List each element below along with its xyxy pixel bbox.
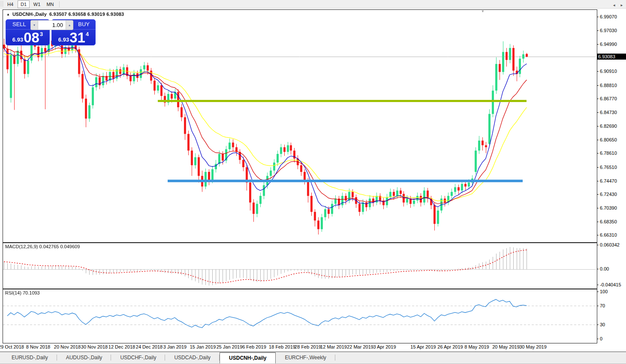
price-axis-tick: [597, 194, 599, 195]
indicator-axis-label: 30: [600, 322, 605, 327]
one-click-collapse-icon[interactable]: ▲: [6, 12, 10, 16]
date-axis-label: 25 Jan 2019: [217, 344, 243, 349]
chart-tab-bar: EURUSD-,DailyAUDUSD-,DailyUSDCHF-,DailyU…: [0, 352, 626, 364]
tab-scroll-left-icon[interactable]: ◄: [612, 3, 616, 7]
price-axis-tick: [597, 208, 599, 208]
sell-button-label: SELL: [12, 21, 26, 27]
price-axis-tick: [597, 222, 599, 222]
rsi-canvas[interactable]: [3, 289, 596, 342]
price-axis-label: 6.94990: [600, 42, 617, 47]
symbol-tab-eurchf-weekly[interactable]: EURCHF-,Weekly: [276, 352, 335, 364]
macd-signal-value: 0.049609: [60, 244, 80, 249]
price-axis-tick: [597, 17, 599, 17]
price-axis-label: 6.90910: [600, 69, 617, 74]
price-axis-label: 6.78610: [600, 150, 617, 156]
rsi-value: 70.1093: [23, 290, 40, 295]
date-axis-label: 18 Feb 2019: [269, 344, 295, 349]
price-axis-label: 6.84730: [600, 110, 617, 115]
date-axis-label: 12 Dec 2018: [108, 344, 135, 349]
toolbar-separator: [59, 1, 60, 7]
chart-collapse-marker-icon[interactable]: ▼: [481, 9, 485, 13]
tab-scroll-controls: ◄ ►: [612, 3, 623, 7]
sell-price[interactable]: 6.93 08 3: [6, 30, 50, 45]
symbol-tab-usdcad-daily[interactable]: USDCAD-,Daily: [165, 352, 220, 364]
price-axis-label: 6.80650: [600, 137, 617, 142]
indicator-axis-tick: [597, 292, 599, 292]
sell-price-small: 6.93: [12, 36, 23, 43]
price-axis-tick: [597, 140, 599, 140]
symbol-tab-usdchf-daily[interactable]: USDCHF-,Daily: [111, 352, 165, 364]
date-axis-label: 12 Mar 2019: [320, 344, 347, 349]
price-chart-pane: ▼ ▲ USDCNH-,Daily 6.93507 6.93658 6.9301…: [3, 9, 597, 243]
price-axis-tick: [597, 44, 599, 45]
buy-button-label: BUY: [78, 21, 90, 27]
date-axis-label: 8 May 2019: [464, 344, 489, 349]
chart-title: ▲ USDCNH-,Daily 6.93507 6.93658 6.93019 …: [6, 12, 124, 17]
one-click-trading-panel: SELL 6.93 08 3 BUY 6.93 31 4 ▾: [6, 19, 96, 46]
macd-canvas[interactable]: [3, 243, 596, 288]
indicator-axis-label: 0.060342: [600, 242, 620, 247]
rsi-pane: RSI(14) 70.1093: [3, 289, 597, 343]
date-axis-label: 8 Nov 2018: [26, 344, 50, 349]
price-axis-tick: [597, 153, 599, 153]
indicator-axis-tick: [597, 285, 599, 285]
date-axis-label: 28 Feb 2019: [295, 344, 321, 349]
indicator-axis-label: -0.040415: [600, 282, 621, 287]
symbol-tab-eurusd-daily[interactable]: EURUSD-,Daily: [3, 352, 57, 364]
price-axis-label: 6.76510: [600, 165, 617, 170]
date-axis-label: 30 May 2019: [519, 344, 547, 349]
chart-ohlc-values: 6.93507 6.93658 6.93019 6.93083: [49, 12, 124, 17]
price-axis-tick: [597, 112, 599, 113]
timeframe-button-w1[interactable]: W1: [31, 0, 43, 8]
macd-label: MACD(12,26,9) 0.042765 0.049609: [5, 244, 80, 249]
sell-price-sup: 3: [40, 31, 43, 37]
date-axis-label: 20 May 2019: [492, 344, 520, 349]
sell-price-big: 08: [24, 31, 39, 44]
timeframe-button-h4[interactable]: H4: [4, 0, 16, 8]
macd-pane: MACD(12,26,9) 0.042765 0.049609: [3, 243, 597, 289]
date-axis-label: 26 Apr 2019: [437, 344, 463, 349]
price-axis-label: 6.97030: [600, 28, 617, 33]
macd-value: 0.042765: [39, 244, 59, 249]
price-axis-label: 6.72430: [600, 192, 617, 197]
date-axis-label: 6 Feb 2019: [242, 344, 266, 349]
price-axis-label: 6.74470: [600, 178, 617, 184]
symbol-tab-audusd-daily[interactable]: AUDUSD-,Daily: [57, 352, 111, 364]
price-axis-label: 6.68350: [600, 219, 617, 224]
volume-increase-button[interactable]: ▴: [66, 21, 73, 30]
price-axis-tick: [597, 71, 599, 72]
rsi-label: RSI(14) 70.1093: [5, 290, 40, 295]
indicator-axis-tick: [597, 306, 599, 306]
buy-price-big: 31: [69, 31, 85, 44]
indicator-axis-tick: [597, 339, 599, 339]
date-axis-label: 3 Apr 2019: [373, 344, 396, 349]
price-axis[interactable]: 6.990706.970306.949906.909106.888106.867…: [597, 9, 626, 343]
price-axis-tick: [597, 126, 599, 126]
price-axis-tick: [597, 235, 599, 235]
timeframe-button-d1[interactable]: D1: [18, 0, 30, 8]
date-axis-label: 15 Apr 2019: [410, 344, 436, 349]
chart-symbol-period: USDCNH-,Daily: [12, 12, 47, 17]
date-axis[interactable]: 29 Oct 20188 Nov 201820 Nov 201830 Nov 2…: [3, 343, 597, 351]
trading-platform-window: H4D1W1MN ▼ ▲ USDCNH-,Daily 6.93507 6.936…: [0, 0, 626, 364]
symbol-tab-usdcnh-daily[interactable]: USDCNH-,Daily: [220, 352, 276, 364]
volume-decrease-button[interactable]: ▾: [31, 21, 38, 30]
price-axis-label: 6.82690: [600, 123, 617, 129]
toolbar-grip[interactable]: [1, 1, 3, 7]
indicator-axis-tick: [597, 245, 599, 245]
price-axis-label: 6.99070: [600, 14, 617, 19]
price-axis-tick: [597, 99, 599, 99]
volume-input[interactable]: [38, 21, 66, 30]
volume-spinner: ▾ ▴: [30, 20, 73, 30]
indicator-axis-tick: [597, 325, 599, 325]
timeframe-button-mn[interactable]: MN: [44, 0, 56, 8]
tab-scroll-right-icon[interactable]: ►: [620, 3, 623, 7]
indicator-axis-label: 100: [600, 289, 608, 294]
indicator-axis-tick: [597, 269, 599, 269]
price-axis-tick: [597, 85, 599, 86]
indicator-axis-label: 70: [600, 303, 605, 308]
date-axis-label: 20 Nov 2018: [54, 344, 81, 349]
date-axis-label: 22 Mar 2019: [347, 344, 373, 349]
buy-price[interactable]: 6.93 31 4: [51, 30, 96, 45]
price-axis-label: 6.66310: [600, 232, 617, 238]
